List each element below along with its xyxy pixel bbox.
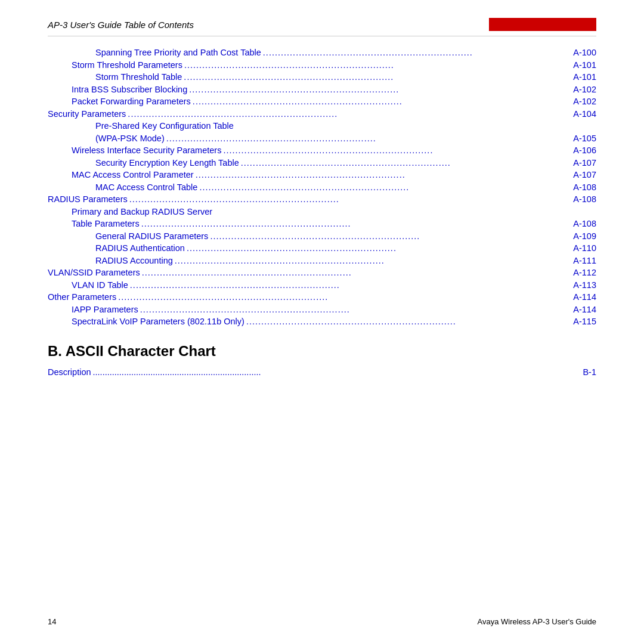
toc-entry-dots: ........................................… — [175, 256, 572, 265]
toc-entry-text: RADIUS Accounting — [95, 256, 173, 265]
page: AP-3 User's Guide Table of Contents Span… — [0, 0, 644, 644]
toc-entry[interactable]: Description ............................… — [48, 368, 596, 377]
toc-entry-text: MAC Access Control Table — [95, 183, 197, 192]
toc-entry-page: A-108 — [573, 183, 596, 192]
toc-entry-page: A-105 — [573, 134, 596, 143]
toc-entry-dots: ........................................… — [140, 305, 572, 314]
toc-entry-text: General RADIUS Parameters — [95, 232, 208, 241]
toc-entry[interactable]: MAC Access Control Table ...............… — [48, 183, 596, 192]
toc-entry-text: SpectraLink VoIP Parameters (802.11b Onl… — [72, 317, 244, 326]
toc-entry[interactable]: Storm Threshold Table ..................… — [48, 73, 596, 82]
toc-entry-text: Table Parameters — [72, 219, 140, 228]
toc-entry-dots: ........................................… — [128, 110, 571, 119]
page-footer: 14 Avaya Wireless AP-3 User's Guide — [48, 617, 596, 626]
toc-entry-page: A-112 — [573, 268, 596, 277]
toc-entry-text: Pre-Shared Key Configuration Table — [95, 121, 234, 131]
toc-entry[interactable]: Security Parameters ....................… — [48, 110, 596, 119]
toc-entry-text: Security Parameters — [48, 110, 126, 119]
section-b-toc: Description ............................… — [48, 368, 596, 377]
toc-entry-text: VLAN ID Table — [72, 281, 128, 290]
toc-entry-page: A-109 — [573, 232, 596, 241]
toc-entry-page: A-114 — [573, 305, 596, 314]
toc-entry[interactable]: Storm Threshold Parameters .............… — [48, 61, 596, 70]
toc-entry-text: Packet Forwarding Parameters — [72, 97, 191, 106]
toc-entry-page: B-1 — [583, 368, 596, 377]
toc-entry-page: A-110 — [573, 244, 596, 253]
toc-entry-page: A-106 — [573, 146, 596, 155]
toc-entry-dots: ........................................… — [129, 195, 572, 204]
toc-entry-text: Spanning Tree Priority and Path Cost Tab… — [95, 48, 261, 57]
toc-entry-text: RADIUS Authentication — [95, 244, 185, 253]
toc-entry-page: A-102 — [573, 85, 596, 94]
toc-entry-dots: ........................................… — [130, 281, 571, 290]
page-header: AP-3 User's Guide Table of Contents — [48, 18, 596, 36]
toc-entry-dots: ........................................… — [241, 159, 572, 168]
toc-entry[interactable]: Primary and Backup RADIUS Server — [48, 208, 596, 216]
toc-entry[interactable]: IAPP Parameters ........................… — [48, 305, 596, 314]
toc-entry-dots: ........................................… — [223, 146, 571, 155]
toc-entry-page: A-115 — [573, 317, 596, 326]
toc-entry[interactable]: Intra BSS Subscriber Blocking ..........… — [48, 85, 596, 94]
toc-entry-dots: ........................................… — [141, 219, 572, 228]
toc-entry-text: Wireless Interface Security Parameters — [72, 146, 221, 155]
toc-entry[interactable]: RADIUS Authentication ..................… — [48, 244, 596, 253]
header-red-bar — [489, 18, 596, 31]
toc-entry-page: A-104 — [573, 110, 596, 119]
toc-entry-dots: ........................................… — [118, 293, 571, 302]
toc-entry-text: Storm Threshold Table — [95, 73, 182, 82]
toc-entry[interactable]: SpectraLink VoIP Parameters (802.11b Onl… — [48, 317, 596, 326]
toc-entry[interactable]: RADIUS Parameters ......................… — [48, 195, 596, 204]
toc-entry[interactable]: Security Encryption Key Length Table ...… — [48, 159, 596, 168]
toc-entry-dots: ........................................… — [199, 183, 571, 192]
toc-entry-text: RADIUS Parameters — [48, 195, 128, 204]
toc-entry-text: Primary and Backup RADIUS Server — [72, 207, 212, 216]
toc-entry-dots: ........................................… — [246, 317, 571, 326]
toc-entry-text: (WPA-PSK Mode) — [95, 134, 165, 143]
toc-entry-text: Storm Threshold Parameters — [72, 61, 182, 70]
toc-entry-page: A-114 — [573, 293, 596, 302]
toc-entry-page: A-108 — [573, 219, 596, 228]
toc-entry-page: A-111 — [573, 256, 596, 265]
toc-entry-dots: ........................................… — [184, 61, 571, 70]
toc-entry-dots: ........................................… — [189, 85, 571, 94]
toc-entry-dots: ........................................… — [93, 368, 581, 377]
toc-entry-dots: ........................................… — [184, 73, 571, 82]
toc-entry-dots: ........................................… — [166, 134, 572, 143]
toc-entry[interactable]: Wireless Interface Security Parameters .… — [48, 146, 596, 155]
toc-entry[interactable]: RADIUS Accounting ......................… — [48, 256, 596, 265]
toc-entry-text: IAPP Parameters — [72, 305, 138, 314]
toc-entry-page: A-100 — [573, 48, 596, 57]
toc-entry-page: A-108 — [573, 195, 596, 204]
toc-entry-text: Other Parameters — [48, 293, 116, 302]
toc-entry[interactable]: VLAN ID Table ..........................… — [48, 281, 596, 290]
toc-entry-dots: ........................................… — [263, 48, 571, 57]
toc-entry-page: A-107 — [573, 159, 596, 168]
toc-entry-dots: ........................................… — [210, 232, 571, 241]
toc-entry[interactable]: Packet Forwarding Parameters ...........… — [48, 97, 596, 106]
toc-entry-text: Intra BSS Subscriber Blocking — [72, 85, 187, 94]
toc-entry-page: A-101 — [573, 73, 596, 82]
toc-entry-text: MAC Access Control Parameter — [72, 171, 194, 179]
toc-entry-page: A-107 — [573, 171, 596, 179]
header-title: AP-3 User's Guide Table of Contents — [48, 20, 194, 30]
toc-entry[interactable]: Spanning Tree Priority and Path Cost Tab… — [48, 48, 596, 57]
table-of-contents: Spanning Tree Priority and Path Cost Tab… — [48, 48, 596, 326]
toc-entry[interactable]: VLAN/SSID Parameters ...................… — [48, 268, 596, 277]
footer-page-number: 14 — [48, 617, 56, 626]
toc-entry-text: Description — [48, 368, 91, 377]
toc-entry[interactable]: Table Parameters .......................… — [48, 219, 596, 228]
toc-entry-page: A-113 — [573, 281, 596, 290]
toc-entry[interactable]: Other Parameters .......................… — [48, 293, 596, 302]
toc-entry-page: A-102 — [573, 97, 596, 106]
toc-entry-dots: ........................................… — [142, 268, 572, 277]
toc-entry-dots: ........................................… — [193, 97, 571, 106]
toc-entry-page: A-101 — [573, 61, 596, 70]
footer-guide-name: Avaya Wireless AP-3 User's Guide — [478, 617, 596, 626]
toc-entry-dots: ........................................… — [187, 244, 571, 253]
section-b-heading: B. ASCII Character Chart — [48, 343, 596, 360]
toc-entry[interactable]: MAC Access Control Parameter ...........… — [48, 171, 596, 179]
toc-entry[interactable]: (WPA-PSK Mode) .........................… — [48, 134, 596, 143]
toc-entry-text: Security Encryption Key Length Table — [95, 159, 239, 168]
toc-entry[interactable]: Pre-Shared Key Configuration Table — [48, 122, 596, 131]
toc-entry[interactable]: General RADIUS Parameters ..............… — [48, 232, 596, 241]
